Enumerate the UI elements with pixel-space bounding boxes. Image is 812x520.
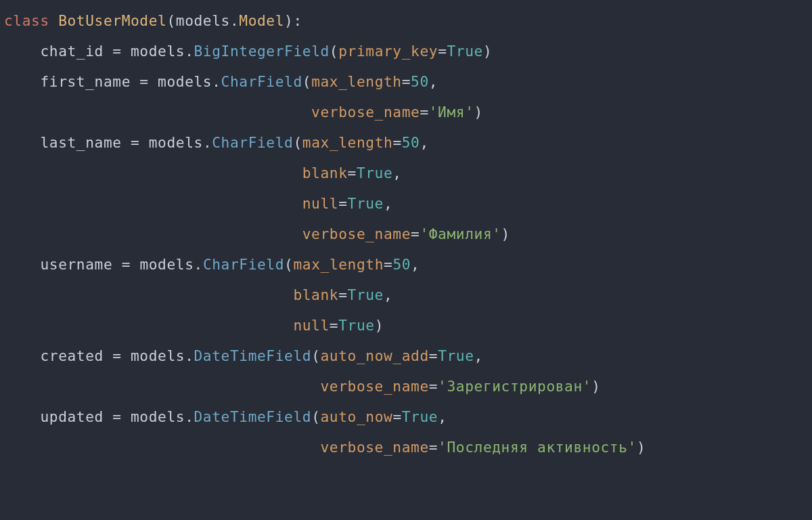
kwarg-label: verbose_name [302,225,411,242]
punct-equals: = [438,43,447,60]
kwarg-value: 50 [411,73,429,90]
punct-paren-close: ) [284,12,293,29]
kwarg-value: True [348,286,384,303]
module-ref: models [131,408,185,425]
code-line: username = models.CharField(max_length=5… [4,256,420,273]
punct-dot: . [230,12,239,29]
class-name: BotUserModel [58,12,166,29]
punct-paren-open: ( [330,43,338,60]
field-call: BigIntegerField [194,43,330,60]
punct-paren-close: ) [483,43,492,60]
punct-equals: = [384,256,392,273]
punct-equals: = [392,134,401,151]
kwarg-value: True [438,347,474,364]
kwarg-label: null [293,317,329,334]
kwarg-label: blank [293,286,338,303]
field-name: username [40,256,112,273]
code-line: blank=True, [4,286,392,303]
code-line: null=True, [4,195,392,212]
punct-equals: = [411,225,420,242]
kwarg-value: 'Имя' [429,104,474,121]
punct-equals: = [420,104,428,121]
punct-equals: = [330,317,338,334]
code-line: verbose_name='Имя') [4,104,483,121]
punct-comma: , [384,195,392,212]
punct-equals: = [392,408,401,425]
punct-equals: = [429,378,438,395]
code-line: class BotUserModel(models.Model): [4,12,302,29]
punct-paren-open: ( [166,12,175,29]
code-line: chat_id = models.BigIntegerField(primary… [4,43,492,60]
punct-equals: = [429,347,438,364]
punct-dot: . [203,134,212,151]
code-line: last_name = models.CharField(max_length=… [4,134,429,151]
punct-comma: , [429,73,438,90]
punct-comma: , [474,347,483,364]
module-ref: models [131,347,185,364]
kwarg-value: 'Зарегистрирован' [438,378,591,395]
punct-paren-open: ( [293,134,302,151]
punct-paren-open: ( [311,408,320,425]
punct-equals: = [112,347,121,364]
punct-paren-close: ) [501,225,510,242]
kwarg-value: True [447,43,483,60]
code-line: null=True) [4,317,384,334]
punct-comma: , [392,165,401,181]
punct-equals: = [338,195,347,212]
kwarg-value: 'Фамилия' [420,225,501,242]
kwarg-value: 50 [402,134,420,151]
punct-equals: = [139,73,148,90]
code-editor[interactable]: class BotUserModel(models.Model): chat_i… [0,0,812,468]
kwarg-label: verbose_name [320,378,428,395]
field-call: CharField [203,256,284,273]
kwarg-value: 'Последняя активность' [438,439,637,456]
field-name: updated [40,408,104,425]
field-name: first_name [40,73,131,90]
code-line: verbose_name='Последняя активность') [4,439,646,456]
punct-paren-open: ( [284,256,293,273]
punct-comma: , [384,286,392,303]
punct-dot: . [212,73,221,90]
punct-comma: , [411,256,420,273]
kwarg-label: verbose_name [320,439,428,456]
module-ref: models [139,256,194,273]
punct-equals: = [122,256,131,273]
punct-paren-open: ( [311,347,320,364]
field-call: CharField [221,73,302,90]
field-call: DateTimeField [194,408,312,425]
module-ref: models [149,134,203,151]
code-line: verbose_name='Зарегистрирован') [4,378,601,395]
keyword-class: class [4,12,49,29]
field-name: chat_id [40,43,104,60]
code-line: first_name = models.CharField(max_length… [4,73,438,90]
field-call: CharField [212,134,293,151]
punct-comma: , [420,134,428,151]
punct-paren-close: ) [637,439,646,456]
punct-paren-close: ) [591,378,600,395]
code-line: created = models.DateTimeField(auto_now_… [4,347,483,364]
field-name: created [40,347,104,364]
punct-equals: = [112,408,121,425]
kwarg-label: verbose_name [311,104,420,121]
module-ref: models [131,43,185,60]
punct-paren-close: ) [375,317,384,334]
code-line: verbose_name='Фамилия') [4,225,510,242]
kwarg-label: max_length [302,134,393,151]
kwarg-value: True [357,165,392,181]
punct-equals: = [429,439,438,456]
kwarg-label: auto_now [321,408,393,425]
punct-equals: = [112,43,121,60]
base-class: Model [239,12,284,29]
field-name: last_name [40,134,121,151]
punct-dot: . [194,256,203,273]
kwarg-value: True [338,317,374,334]
kwarg-label: blank [302,165,348,181]
kwarg-label: max_length [311,73,402,90]
punct-equals: = [338,286,347,303]
kwarg-label: null [302,195,338,212]
kwarg-label: primary_key [338,43,438,60]
punct-dot: . [185,408,194,425]
base-module: models [176,12,230,29]
module-ref: models [158,73,212,90]
kwarg-value: True [402,408,438,425]
